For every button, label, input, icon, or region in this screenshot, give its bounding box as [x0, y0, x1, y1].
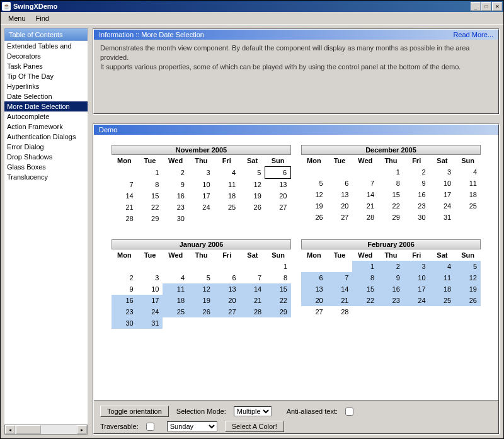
calendar-day[interactable]: 23	[112, 306, 137, 317]
calendar-day[interactable]: 2	[378, 261, 404, 272]
calendar-day[interactable]: 11	[163, 283, 188, 295]
calendar-day[interactable]: 24	[404, 295, 430, 306]
calendar-day[interactable]: 2	[112, 272, 137, 283]
calendar-day[interactable]: 23	[163, 202, 188, 213]
calendar-day[interactable]: 17	[404, 283, 430, 295]
calendar-day[interactable]: 7	[327, 272, 353, 283]
calendar-day[interactable]: 16	[378, 283, 404, 295]
maximize-button[interactable]: □	[481, 2, 491, 11]
calendar-day[interactable]: 5	[301, 178, 327, 189]
calendar-day[interactable]: 19	[188, 295, 214, 306]
calendar-day[interactable]: 3	[430, 166, 455, 178]
calendar-day[interactable]: 12	[188, 283, 214, 295]
calendar-day[interactable]: 25	[455, 200, 481, 212]
calendar-day[interactable]: 18	[455, 189, 481, 200]
calendar-day[interactable]: 5	[455, 261, 481, 272]
calendar-day[interactable]: 13	[214, 283, 240, 295]
calendar-day[interactable]: 3	[188, 167, 214, 179]
calendar-day[interactable]: 9	[404, 178, 430, 189]
calendar-day[interactable]: 17	[137, 295, 163, 306]
calendar-day[interactable]: 24	[188, 202, 214, 213]
calendar-day[interactable]: 30	[404, 212, 430, 223]
calendar-day[interactable]: 17	[430, 189, 455, 200]
calendar-day[interactable]: 28	[327, 306, 353, 317]
calendar-day[interactable]: 21	[112, 202, 137, 213]
calendar-day[interactable]: 4	[214, 167, 240, 179]
day-select[interactable]: Sunday	[167, 421, 217, 431]
calendar-day[interactable]: 27	[214, 306, 240, 317]
calendar-day[interactable]: 16	[112, 295, 137, 306]
calendar-day[interactable]: 14	[112, 190, 137, 202]
calendar-day[interactable]: 26	[455, 295, 481, 306]
toc-item[interactable]: Date Selection	[4, 91, 88, 101]
calendar-day[interactable]: 10	[404, 272, 430, 283]
scroll-thumb[interactable]	[16, 425, 41, 434]
antialias-checkbox[interactable]	[345, 408, 353, 416]
calendar-day[interactable]: 5	[188, 272, 214, 283]
calendar-day[interactable]: 9	[378, 272, 404, 283]
calendar-day[interactable]: 3	[404, 261, 430, 272]
calendar-day[interactable]: 19	[301, 200, 327, 212]
toc-item[interactable]: Action Framework	[4, 122, 88, 132]
toc-item[interactable]: Autocomplete	[4, 111, 88, 122]
calendar-day[interactable]: 21	[352, 200, 378, 212]
toc-item[interactable]: Translucency	[4, 172, 88, 182]
calendar-day[interactable]: 2	[404, 166, 430, 178]
calendar-day[interactable]: 27	[265, 202, 291, 213]
sidebar-scrollbar[interactable]: ◂ ▸	[4, 425, 88, 435]
toc-item[interactable]: Authentication Dialogs	[4, 132, 88, 142]
calendar-day[interactable]: 17	[188, 190, 214, 202]
calendar-day[interactable]: 8	[137, 179, 163, 191]
calendar-day[interactable]: 12	[301, 189, 327, 200]
calendar-day[interactable]: 10	[137, 283, 163, 295]
calendar-day[interactable]: 6	[301, 272, 327, 283]
calendar-day[interactable]: 31	[430, 212, 455, 223]
select-color-button[interactable]: Select A Color!	[225, 421, 284, 432]
calendar-day[interactable]: 29	[137, 213, 163, 224]
calendar-day[interactable]: 21	[240, 295, 266, 306]
toc-item[interactable]: Tip Of The Day	[4, 71, 88, 81]
calendar-day[interactable]: 14	[327, 283, 353, 295]
calendar-day[interactable]: 28	[352, 212, 378, 223]
calendar-day[interactable]: 22	[378, 200, 404, 212]
calendar-day[interactable]: 30	[112, 317, 137, 329]
calendar-day[interactable]: 18	[214, 190, 240, 202]
calendar-day[interactable]: 15	[265, 283, 291, 295]
calendar-day[interactable]: 16	[163, 190, 188, 202]
calendar-day[interactable]: 26	[188, 306, 214, 317]
calendar-day[interactable]: 20	[301, 295, 327, 306]
calendar-day[interactable]: 8	[352, 272, 378, 283]
calendar-day[interactable]: 18	[430, 283, 455, 295]
calendar-table[interactable]: MonTueWedThuFriSatSun1234567891011121314…	[112, 155, 291, 224]
calendar-day[interactable]: 11	[214, 179, 240, 191]
toc-item[interactable]: Hyperlinks	[4, 81, 88, 91]
calendar-day[interactable]: 28	[112, 213, 137, 224]
calendar-table[interactable]: MonTueWedThuFriSatSun1234567891011121314…	[301, 249, 481, 317]
scroll-left-button[interactable]: ◂	[5, 425, 15, 434]
calendar-day[interactable]: 24	[430, 200, 455, 212]
toggle-orientation-button[interactable]: Toggle orientation	[100, 406, 169, 417]
calendar-day[interactable]: 14	[352, 189, 378, 200]
calendar-day[interactable]: 11	[430, 272, 455, 283]
calendar-day[interactable]: 10	[430, 178, 455, 189]
scroll-track[interactable]	[42, 425, 77, 434]
calendar-day[interactable]: 4	[163, 272, 188, 283]
calendar-day[interactable]: 19	[455, 283, 481, 295]
calendar-day[interactable]: 31	[137, 317, 163, 329]
calendar-day[interactable]: 26	[239, 202, 265, 213]
calendar-day[interactable]: 28	[240, 306, 266, 317]
toc-item[interactable]: Glass Boxes	[4, 162, 88, 172]
readmore-link[interactable]: Read More...	[453, 31, 493, 38]
calendar-day[interactable]: 29	[378, 212, 404, 223]
calendar-day[interactable]: 15	[352, 283, 378, 295]
calendar-day[interactable]: 25	[163, 306, 188, 317]
calendar-day[interactable]: 8	[265, 272, 291, 283]
calendar-day[interactable]: 6	[327, 178, 353, 189]
calendar-day[interactable]: 13	[265, 179, 291, 191]
calendar-day[interactable]: 20	[214, 295, 240, 306]
calendar-day[interactable]: 24	[137, 306, 163, 317]
toc-item[interactable]: Extended Tables and	[4, 41, 88, 51]
minimize-button[interactable]: _	[471, 2, 481, 11]
calendar-day[interactable]: 2	[163, 167, 188, 179]
calendar-day[interactable]: 22	[137, 202, 163, 213]
